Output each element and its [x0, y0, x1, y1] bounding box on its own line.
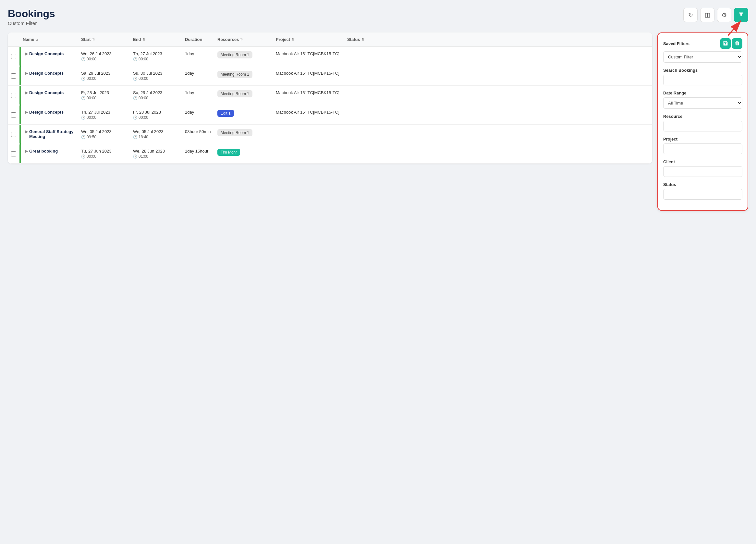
date-range-label: Date Range	[663, 91, 742, 95]
row-start-2: Sa, 29 Jul 2023 🕐00:00	[78, 66, 130, 85]
resource-badge-2: Meeting Room 1	[217, 71, 252, 78]
expand-icon: ▶	[25, 51, 28, 56]
resource-badge-5: Meeting Room 1	[217, 129, 252, 136]
project-input[interactable]	[663, 143, 742, 154]
row-resource-3: Meeting Room 1	[214, 86, 273, 105]
row-project-6	[273, 144, 344, 163]
clock-icon: 🕐	[81, 57, 86, 61]
row-indicator	[19, 47, 21, 66]
row-indicator	[19, 105, 21, 124]
table-row: ▶ Design Concepts We, 26 Jul 2023 🕐00:00…	[8, 47, 652, 66]
row-checkbox-cell-3[interactable]	[8, 86, 19, 105]
row-checkbox-1[interactable]	[11, 54, 16, 59]
page-container: Bookings Custom Filter ↻ ◫ ⚙	[8, 8, 748, 211]
row-checkbox-5[interactable]	[11, 132, 16, 137]
row-resource-5: Meeting Room 1	[214, 125, 273, 144]
row-name-3: ▶ Design Concepts	[19, 86, 78, 105]
row-checkbox-cell-4[interactable]	[8, 105, 19, 124]
row-resource-2: Meeting Room 1	[214, 66, 273, 85]
clock-icon: 🕐	[81, 154, 86, 159]
row-resource-6: Tim Mohr	[214, 144, 273, 163]
row-checkbox-cell[interactable]	[8, 47, 19, 66]
row-duration-2: 1day	[182, 66, 214, 85]
row-name-6: ▶ Great booking	[19, 144, 78, 163]
clock-icon: 🕐	[133, 154, 138, 159]
clock-icon: 🕐	[81, 96, 86, 100]
clock-icon: 🕐	[133, 135, 138, 139]
filter-panel: Saved Filters	[657, 32, 748, 211]
th-start: Start ⇅	[78, 32, 130, 46]
row-indicator	[19, 144, 21, 163]
th-name: Name ▲	[19, 32, 78, 46]
clock-icon: 🕐	[133, 115, 138, 120]
row-checkbox-cell-6[interactable]	[8, 144, 19, 163]
resource-badge-3: Meeting Room 1	[217, 90, 252, 97]
row-end-1: Th, 27 Jul 2023 🕐00:00	[130, 47, 182, 66]
row-end-3: Sa, 29 Jul 2023 🕐00:00	[130, 86, 182, 105]
saved-filters-label: Saved Filters	[663, 41, 689, 46]
project-label: Project	[663, 137, 742, 141]
sort-icon-project: ⇅	[291, 38, 294, 41]
row-end-4: Fr, 28 Jul 2023 🕐00:00	[130, 105, 182, 124]
table-row: ▶ Design Concepts Sa, 29 Jul 2023 🕐00:00…	[8, 66, 652, 86]
row-start-3: Fr, 28 Jul 2023 🕐00:00	[78, 86, 130, 105]
resource-badge-1: Meeting Room 1	[217, 51, 252, 58]
resource-badge-6: Tim Mohr	[217, 149, 240, 156]
expand-icon: ▶	[25, 110, 28, 115]
row-checkbox-cell-5[interactable]	[8, 125, 19, 144]
row-end-2: Su, 30 Jul 2023 🕐00:00	[130, 66, 182, 85]
row-checkbox-6[interactable]	[11, 151, 16, 156]
save-icon	[723, 41, 728, 47]
client-section: Client	[663, 159, 742, 177]
row-name-1: ▶ Design Concepts	[19, 47, 78, 66]
row-duration-1: 1day	[182, 47, 214, 66]
status-input[interactable]	[663, 189, 742, 199]
row-start-5: We, 05 Jul 2023 🕐09:50	[78, 125, 130, 144]
row-checkbox-4[interactable]	[11, 112, 16, 117]
row-project-5	[273, 125, 344, 144]
saved-filter-select[interactable]: Custom FilterAllTodayThis Week	[663, 51, 742, 63]
saved-filter-btns	[720, 38, 742, 49]
row-duration-6: 1day 15hour	[182, 144, 214, 163]
row-end-5: We, 05 Jul 2023 🕐18:40	[130, 125, 182, 144]
header-area: Bookings Custom Filter ↻ ◫ ⚙	[8, 8, 748, 26]
th-status: Status ⇅	[344, 32, 389, 46]
th-resources: Resources ⇅	[214, 32, 273, 46]
resource-section: Resource	[663, 114, 742, 131]
table-row: ▶ Great booking Tu, 27 Jun 2023 🕐00:00 W…	[8, 144, 652, 163]
date-range-section: Date Range All TimeTodayThis WeekThis Mo…	[663, 91, 742, 109]
save-filter-button[interactable]	[720, 38, 731, 49]
page-subtitle: Custom Filter	[8, 20, 55, 26]
row-name-2: ▶ Design Concepts	[19, 66, 78, 85]
table-row: ▶ Design Concepts Fr, 28 Jul 2023 🕐00:00…	[8, 86, 652, 105]
sort-icon-name: ▲	[35, 38, 39, 41]
svg-line-1	[728, 21, 741, 35]
row-checkbox-cell-2[interactable]	[8, 66, 19, 85]
sort-icon-start: ⇅	[92, 38, 95, 41]
row-checkbox-2[interactable]	[11, 73, 16, 79]
delete-filter-button[interactable]	[732, 38, 742, 49]
refresh-button[interactable]: ↻	[683, 8, 698, 22]
table-area: Name ▲ Start ⇅ End ⇅ Duration Resources …	[8, 32, 652, 163]
row-status-6	[344, 144, 389, 163]
search-section: Search Bookings	[663, 68, 742, 85]
resource-input[interactable]	[663, 121, 742, 131]
search-input[interactable]	[663, 75, 742, 85]
client-input[interactable]	[663, 166, 742, 177]
table-header: Name ▲ Start ⇅ End ⇅ Duration Resources …	[8, 32, 652, 47]
row-status-1	[344, 47, 389, 66]
resource-badge-4: Edit 1	[217, 110, 234, 117]
row-project-3: Macbook Air 15" TC[MCBK15-TC]	[273, 86, 344, 105]
columns-button[interactable]: ◫	[700, 8, 714, 22]
expand-icon: ▶	[25, 90, 28, 95]
th-duration: Duration	[182, 32, 214, 46]
filter-arrow	[725, 18, 744, 39]
sort-icon-status: ⇅	[361, 38, 364, 41]
date-range-select[interactable]: All TimeTodayThis WeekThis MonthCustom	[663, 97, 742, 109]
expand-icon: ▶	[25, 71, 28, 76]
row-indicator	[19, 86, 21, 105]
project-section: Project	[663, 137, 742, 154]
resource-label: Resource	[663, 114, 742, 119]
clock-icon: 🕐	[81, 115, 86, 120]
row-checkbox-3[interactable]	[11, 93, 16, 98]
